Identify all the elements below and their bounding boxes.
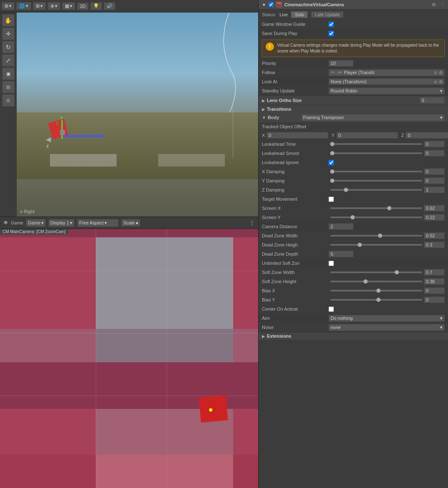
body-dropdown[interactable]: Framing Transposer ▾ <box>301 114 445 121</box>
priority-input[interactable] <box>329 60 353 67</box>
toolbar-scene-btn[interactable]: ⊞ ▾ <box>2 2 15 10</box>
toolbar-audio-btn[interactable]: 🔊 <box>104 2 115 10</box>
screen-y-slider[interactable] <box>330 217 422 218</box>
lookahead-smooth-input[interactable] <box>424 150 445 157</box>
offset-z-input[interactable] <box>406 132 448 139</box>
noise-dropdown[interactable]: none ▾ <box>329 324 445 331</box>
dead-zone-height-thumb[interactable] <box>358 243 362 247</box>
center-on-activat-checkbox[interactable] <box>329 306 334 312</box>
game-window-guide-checkbox[interactable] <box>329 22 334 27</box>
game-more-menu[interactable]: ⋮ <box>249 219 255 226</box>
aspect-dropdown[interactable]: Free Aspect ▾ <box>77 219 119 227</box>
tracked-offset-label: Tracked Object Offset <box>262 124 329 129</box>
lens-ortho-input[interactable] <box>420 97 445 104</box>
dead-zone-width-thumb[interactable] <box>378 234 382 238</box>
z-damping-slider[interactable] <box>330 189 422 191</box>
screen-y-input[interactable] <box>424 214 445 221</box>
scale-dropdown[interactable]: Scale ● <box>121 219 140 227</box>
screen-x-slider[interactable] <box>330 207 422 209</box>
y-damping-label: Y Damping <box>262 178 329 183</box>
bias-x-input[interactable] <box>424 287 445 294</box>
bias-x-thumb[interactable] <box>376 289 381 293</box>
follow-target-icon[interactable]: ⊙ <box>434 70 437 75</box>
lens-ortho-row[interactable]: ▶ Lens Ortho Size <box>259 95 448 105</box>
extensions-arrow: ▶ <box>262 334 265 339</box>
lookahead-time-slider[interactable] <box>330 143 422 145</box>
lookahead-time-thumb[interactable] <box>330 142 334 146</box>
dead-zone-height-row: Dead Zone Heigh <box>259 240 448 249</box>
dead-zone-height-slider[interactable] <box>330 244 422 246</box>
tool-move[interactable]: ✛ <box>2 27 15 40</box>
screen-x-thumb[interactable] <box>387 206 391 210</box>
bias-y-thumb[interactable] <box>376 298 381 302</box>
aim-dropdown[interactable]: Do nothing ▾ <box>329 315 445 322</box>
component-settings-icon[interactable]: ⚙ <box>432 2 436 7</box>
toolbar-snap-btn[interactable]: ⊕ ▾ <box>47 2 60 10</box>
component-toggle[interactable]: ▼ <box>262 2 266 7</box>
target-movement-checkbox[interactable] <box>329 197 334 202</box>
lookahead-smooth-thumb[interactable] <box>330 151 334 155</box>
camera-dist-input[interactable] <box>329 223 353 230</box>
bias-y-input[interactable] <box>424 296 445 303</box>
standby-update-dropdown[interactable]: Round Robin ▾ <box>329 87 445 95</box>
game-label-dropdown[interactable]: Game ▾ <box>26 219 46 227</box>
soft-zone-width-input[interactable] <box>424 269 445 276</box>
z-damping-thumb[interactable] <box>344 188 348 192</box>
tool-rect[interactable]: ▣ <box>2 67 15 80</box>
dead-zone-height-input[interactable] <box>424 242 445 248</box>
y-damping-thumb[interactable] <box>330 179 334 183</box>
dead-zone-depth-input[interactable] <box>329 251 353 257</box>
z-axis-dot: ◀ z <box>46 135 47 137</box>
late-update-button[interactable]: Late Update <box>311 11 343 18</box>
grid-icon: ⊞ <box>36 3 40 9</box>
look-at-row: Look At None (Transform) ⊙ ⚙ <box>259 77 448 86</box>
z-damping-input[interactable] <box>424 187 445 193</box>
solo-button[interactable]: Solo <box>291 11 308 18</box>
tool-hand[interactable]: ✋ <box>2 14 15 27</box>
soft-zone-height-thumb[interactable] <box>363 279 368 284</box>
tool-custom[interactable]: ⊙ <box>2 94 15 107</box>
tool-transform[interactable]: ⊟ <box>2 81 15 93</box>
tool-rotate[interactable]: ↻ <box>2 41 15 53</box>
soft-zone-height-input[interactable] <box>424 278 445 285</box>
x-damping-thumb[interactable] <box>330 169 334 174</box>
display-dropdown[interactable]: Display 1 ▾ <box>48 219 75 227</box>
extensions-section[interactable]: ▶ Extensions <box>259 332 448 340</box>
x-damping-input[interactable] <box>424 168 445 175</box>
bias-y-slider[interactable] <box>330 299 422 301</box>
dead-zone-width-slider[interactable] <box>330 235 422 237</box>
screen-y-thumb[interactable] <box>351 215 355 219</box>
toolbar-light-btn[interactable]: 💡 <box>90 2 102 10</box>
transitions-section[interactable]: ▶ Transitions <box>259 105 448 113</box>
tool-scale[interactable]: ⤢ <box>2 54 15 67</box>
lookahead-smooth-slider[interactable] <box>330 152 422 154</box>
screen-x-input[interactable] <box>424 205 445 212</box>
lookahead-time-input[interactable] <box>424 141 445 147</box>
dead-zone-width-input[interactable] <box>424 232 445 239</box>
unlimited-soft-checkbox[interactable] <box>329 261 334 266</box>
y-damping-slider[interactable] <box>330 180 422 182</box>
camera-dist-label: Camera Distance <box>262 224 329 229</box>
lookahead-ignore-checkbox[interactable] <box>329 160 334 165</box>
look-at-target-icon[interactable]: ⊙ <box>434 80 437 84</box>
soft-zone-width-slider[interactable] <box>330 271 422 273</box>
soft-zone-height-slider[interactable] <box>330 281 422 282</box>
toolbar-2d-btn[interactable]: 2D <box>77 2 89 10</box>
bias-x-slider[interactable] <box>330 290 422 291</box>
y-damping-input[interactable] <box>424 177 445 184</box>
offset-x-input[interactable] <box>266 132 328 139</box>
follow-field: 🎮 🎮 Player (Transfc ⊙ ⚙ <box>329 69 445 76</box>
component-menu-icon[interactable]: ⋮ <box>440 2 445 7</box>
offset-y-input[interactable] <box>336 132 398 139</box>
look-at-settings-icon[interactable]: ⚙ <box>439 80 443 84</box>
follow-settings-icon[interactable]: ⚙ <box>439 70 443 75</box>
toolbar-view-btn[interactable]: ▦ ▾ <box>62 2 75 10</box>
soft-zone-width-thumb[interactable] <box>395 270 399 274</box>
toolbar-grid-btn[interactable]: ⊞ ▾ <box>33 2 46 10</box>
bottom-light-bar <box>96 455 233 488</box>
toolbar-global-btn[interactable]: 🌐 ▾ <box>16 2 31 10</box>
x-damping-slider[interactable] <box>330 171 422 172</box>
component-enabled-checkbox[interactable] <box>269 2 274 7</box>
soft-zone-height-row: Soft Zone Height <box>259 277 448 286</box>
save-during-play-checkbox[interactable] <box>329 31 334 36</box>
